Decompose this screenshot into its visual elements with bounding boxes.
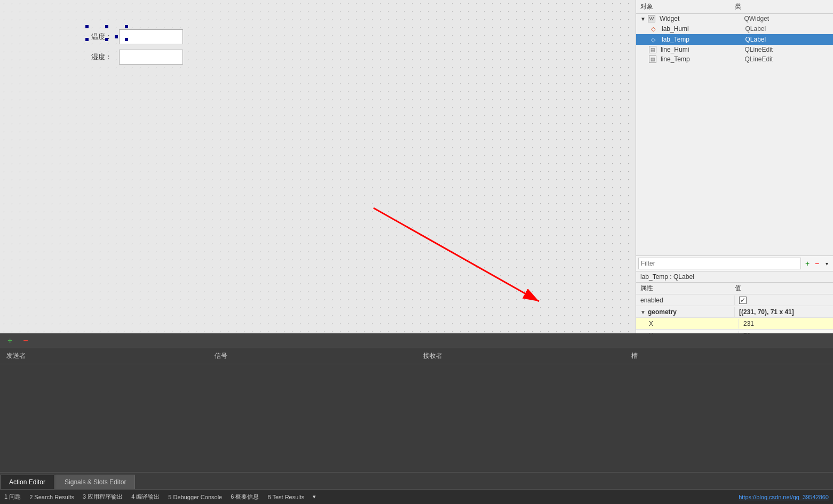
prop-val-enabled: ✓	[734, 295, 833, 305]
ae-col-signal: 信号	[208, 350, 416, 362]
tree-col-obj-header: 对象	[640, 2, 735, 11]
widget-icon: W	[648, 15, 655, 22]
filter-bar: + − ▾	[636, 256, 833, 271]
prop-name-X: X	[636, 319, 739, 329]
tree-item-name-line_Temp: line_Temp	[661, 55, 745, 63]
tree-item-cls-line_Humi: QLineEdit	[745, 46, 829, 53]
widget-form: 温度： 湿度：	[80, 29, 183, 70]
prop-val-X: 231	[739, 319, 833, 329]
input-humi[interactable]	[119, 50, 183, 65]
prop-val-geometry: [(231, 70), 71 x 41]	[734, 307, 833, 317]
tree-item-Widget[interactable]: ▼ W Widget QWidget	[636, 14, 833, 23]
filter-menu-button[interactable]: ▾	[822, 259, 831, 268]
canvas-dotted: 温度： 湿度：	[0, 0, 636, 333]
prop-row-Y[interactable]: Y 70	[636, 330, 833, 333]
object-tree: 对象 类 ▼ W Widget QWidget ◇ lab_Humi QLabe…	[636, 0, 833, 256]
tab-action-editor[interactable]: Action Editor	[0, 475, 54, 489]
remove-action-button[interactable]: −	[20, 335, 31, 347]
enabled-checkbox[interactable]: ✓	[739, 297, 747, 304]
ae-col-sender: 发送者	[0, 350, 208, 362]
prop-name-geometry: ▼geometry	[636, 307, 734, 317]
status-compile[interactable]: 4 编译输出	[131, 493, 160, 501]
tree-item-cls-line_Temp: QLineEdit	[745, 55, 829, 63]
filter-minus-button[interactable]: −	[813, 259, 821, 268]
ae-table-header: 发送者 信号 接收者 槽	[0, 348, 833, 364]
action-editor-area: 发送者 信号 接收者 槽	[0, 348, 833, 472]
tree-item-lab_Humi[interactable]: ◇ lab_Humi QLabel	[636, 23, 833, 34]
prop-name-enabled: enabled	[636, 295, 734, 305]
filter-buttons: + − ▾	[803, 259, 831, 268]
filter-plus-button[interactable]: +	[803, 259, 812, 268]
tree-item-line_Humi[interactable]: ▤ line_Humi QLineEdit	[636, 45, 833, 54]
props-header: 属性 值	[636, 283, 833, 294]
tree-item-lab_Temp[interactable]: ◇ lab_Temp QLabel	[636, 34, 833, 45]
svg-line-1	[374, 208, 539, 301]
status-debugger[interactable]: 5 Debugger Console	[168, 494, 222, 500]
status-link[interactable]: https://blog.csdn.net/qq_39542860	[739, 494, 829, 500]
geometry-expand: ▼	[640, 309, 646, 315]
props-table: enabled ✓ ▼geometry [(231, 70), 71 x 41]	[636, 294, 833, 333]
prop-row-geometry[interactable]: ▼geometry [(231, 70), 71 x 41]	[636, 306, 833, 318]
tree-item-cls-Widget: QWidget	[744, 15, 829, 22]
tree-item-name-Widget: Widget	[660, 15, 744, 22]
label-humi: 湿度：	[80, 52, 112, 62]
bottom-toolbar: + −	[0, 333, 833, 348]
tab-signals-slots[interactable]: Signals & Slots Editor	[55, 475, 135, 489]
props-panel: + − ▾ lab_Temp : QLabel 属性 值 enabled	[636, 256, 833, 333]
filter-input[interactable]	[638, 258, 801, 269]
props-col-name-header: 属性	[640, 284, 735, 293]
status-test[interactable]: 8 Test Results	[267, 494, 304, 500]
bottom-area: + − 发送者 信号 接收者 槽 Action Editor Signals &…	[0, 333, 833, 504]
tree-item-cls-lab_Temp: QLabel	[745, 36, 829, 43]
top-area: 温度： 湿度：	[0, 0, 833, 333]
label-icon-temp: ◇	[649, 35, 657, 44]
tree-col-cls-header: 类	[735, 2, 829, 11]
ae-col-slot: 槽	[625, 350, 833, 362]
tree-item-name-lab_Humi: lab_Humi	[662, 25, 745, 33]
lineedit-icon-humi: ▤	[649, 46, 656, 53]
label-icon-humi: ◇	[649, 25, 657, 33]
status-app-output[interactable]: 3 应用程序输出	[83, 493, 123, 501]
add-action-button[interactable]: +	[4, 335, 15, 347]
tree-item-line_Temp[interactable]: ▤ line_Temp QLineEdit	[636, 54, 833, 64]
status-overview[interactable]: 6 概要信息	[231, 493, 259, 501]
tree-item-cls-lab_Humi: QLabel	[745, 25, 829, 33]
right-panel: 对象 类 ▼ W Widget QWidget ◇ lab_Humi QLabe…	[636, 0, 833, 333]
prop-row-X[interactable]: X 231	[636, 318, 833, 330]
canvas-area: 温度： 湿度：	[0, 0, 636, 333]
ae-col-receiver: 接收者	[417, 350, 625, 362]
input-temp[interactable]	[119, 29, 183, 44]
status-issues[interactable]: 1 问题	[4, 493, 21, 501]
expand-arrow-widget: ▼	[640, 16, 646, 22]
status-bar: 1 问题 2 Search Results 3 应用程序输出 4 编译输出 5 …	[0, 489, 833, 504]
status-more[interactable]: ▾	[313, 493, 316, 500]
tree-item-name-line_Humi: line_Humi	[661, 46, 745, 53]
tree-item-name-lab_Temp: lab_Temp	[662, 36, 745, 43]
prop-row-enabled[interactable]: enabled ✓	[636, 294, 833, 306]
main-container: 温度： 湿度：	[0, 0, 833, 504]
form-row-humi: 湿度：	[80, 50, 183, 65]
bottom-tabs: Action Editor Signals & Slots Editor	[0, 472, 833, 489]
lineedit-icon-temp: ▤	[649, 55, 656, 63]
props-title: lab_Temp : QLabel	[636, 271, 833, 283]
tree-header: 对象 类	[636, 0, 833, 14]
status-search[interactable]: 2 Search Results	[29, 494, 74, 500]
props-col-val-header: 值	[735, 284, 829, 293]
